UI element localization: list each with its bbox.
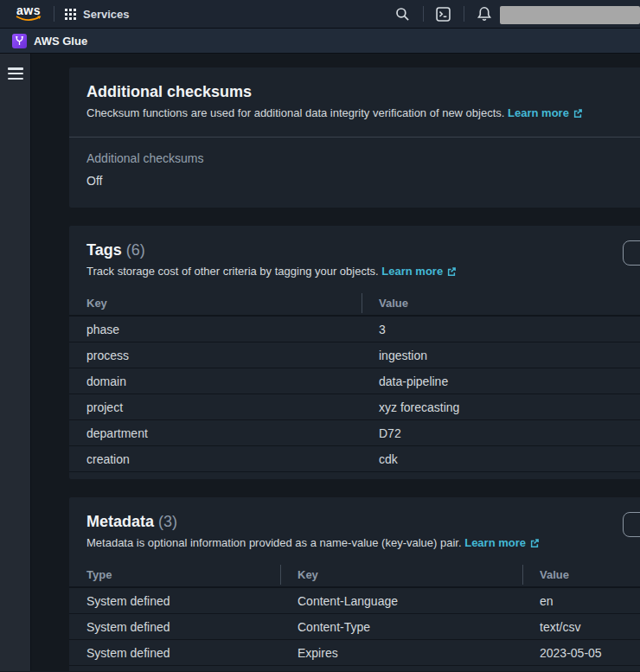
metadata-table-header: Type Key Value <box>69 562 640 588</box>
tags-table: Key Value phase3processingestiondomainda… <box>69 291 640 479</box>
table-cell-value: data-pipeline <box>362 374 640 388</box>
table-cell-key: phase <box>69 323 362 336</box>
search-button[interactable] <box>394 4 413 23</box>
tags-table-body: phase3processingestiondomaindata-pipelin… <box>69 317 640 472</box>
table-cell-value: en <box>522 594 640 608</box>
table-cell-key: domain <box>69 374 362 388</box>
table-cell-type: System defined <box>69 620 280 634</box>
metadata-count: (3) <box>158 513 177 530</box>
metadata-learn-more-link[interactable]: Learn more <box>464 535 540 550</box>
tags-description: Track storage cost of other criteria by … <box>86 264 640 278</box>
tags-title: Tags (6) <box>86 240 640 259</box>
metadata-header-action-button[interactable] <box>623 512 640 537</box>
checksums-learn-more-link[interactable]: Learn more <box>508 106 583 120</box>
checksums-description: Checksum functions are used for addition… <box>86 106 640 120</box>
checksums-field-value: Off <box>86 173 640 189</box>
notifications-bell-icon <box>477 6 492 22</box>
table-row: System definedContent-Languageen <box>69 588 640 614</box>
aws-glue-icon <box>12 34 27 48</box>
hamburger-menu-icon[interactable] <box>8 67 23 80</box>
cloudshell-button[interactable] <box>434 4 453 23</box>
checksums-card: Additional checksums Checksum functions … <box>69 67 640 208</box>
nav-divider <box>54 6 54 22</box>
table-cell-key: Content-Type <box>280 620 522 634</box>
app-bar: AWS Glue <box>0 29 640 54</box>
table-cell-value: text/csv <box>522 620 640 634</box>
top-navigation-bar: aws Services <box>0 0 640 29</box>
nav-divider <box>423 6 424 22</box>
table-cell-type: System defined <box>69 594 280 608</box>
table-cell-value: cdk <box>362 452 640 466</box>
table-cell-key: process <box>69 349 362 362</box>
table-cell-key: creation <box>69 452 362 466</box>
nav-divider <box>464 6 464 22</box>
external-link-icon <box>529 538 540 548</box>
tags-card: Tags (6) Track storage cost of other cri… <box>69 226 640 479</box>
checksums-title: Additional checksums <box>86 82 640 101</box>
external-link-icon <box>446 266 457 277</box>
table-cell-type: System defined <box>69 646 280 660</box>
table-row: domaindata-pipeline <box>69 368 640 394</box>
table-row: creationcdk <box>69 446 640 472</box>
side-navigation-rail <box>0 54 31 671</box>
table-row: System definedExpires2023-05-05 <box>69 640 640 666</box>
external-link-icon <box>573 108 583 118</box>
table-cell-key: Content-Language <box>280 594 522 608</box>
tags-count: (6) <box>126 241 145 259</box>
search-icon <box>395 7 410 22</box>
table-cell-key: project <box>69 400 362 414</box>
column-header-type: Type <box>69 568 280 581</box>
table-row: System definedContent-Typetext/csv <box>69 614 640 640</box>
app-title[interactable]: AWS Glue <box>34 35 87 48</box>
metadata-table-body: System definedContent-LanguageenSystem d… <box>69 588 640 666</box>
metadata-description: Metadata is optional information provide… <box>86 535 640 550</box>
column-header-key: Key <box>280 568 522 581</box>
tags-header-action-button[interactable] <box>623 240 640 266</box>
table-cell-value: 2023-05-05 <box>522 646 640 660</box>
table-cell-value: D72 <box>362 426 640 440</box>
metadata-title: Metadata (3) <box>86 512 640 531</box>
metadata-table: Type Key Value System definedContent-Lan… <box>69 562 640 671</box>
services-label: Services <box>83 8 130 21</box>
services-menu-button[interactable]: Services <box>65 8 130 21</box>
table-row: projectxyz forecasting <box>69 394 640 420</box>
table-row: departmentD72 <box>69 420 640 446</box>
checksums-field-label: Additional checksums <box>86 150 640 166</box>
column-header-value: Value <box>362 297 640 310</box>
metadata-card: Metadata (3) Metadata is optional inform… <box>69 497 640 671</box>
table-cell-value: 3 <box>362 323 640 336</box>
table-cell-value: xyz forecasting <box>362 400 640 414</box>
aws-logo-text: aws <box>16 5 41 16</box>
cloudshell-icon <box>436 7 451 22</box>
checksums-field: Additional checksums Off <box>69 138 640 189</box>
services-grid-icon <box>65 9 76 20</box>
aws-logo[interactable]: aws <box>14 5 43 22</box>
table-row: phase3 <box>69 317 640 342</box>
main-content: Additional checksums Checksum functions … <box>31 54 640 671</box>
aws-smile-icon <box>16 16 42 22</box>
table-cell-value: ingestion <box>362 349 640 362</box>
tags-table-header: Key Value <box>69 291 640 317</box>
table-cell-key: department <box>69 426 362 440</box>
table-row: processingestion <box>69 342 640 368</box>
notifications-button[interactable] <box>475 4 494 23</box>
column-header-key: Key <box>69 297 362 310</box>
table-cell-key: Expires <box>280 646 522 660</box>
tags-learn-more-link[interactable]: Learn more <box>381 264 457 278</box>
account-menu-redacted[interactable] <box>500 6 640 24</box>
column-header-value: Value <box>522 568 640 581</box>
